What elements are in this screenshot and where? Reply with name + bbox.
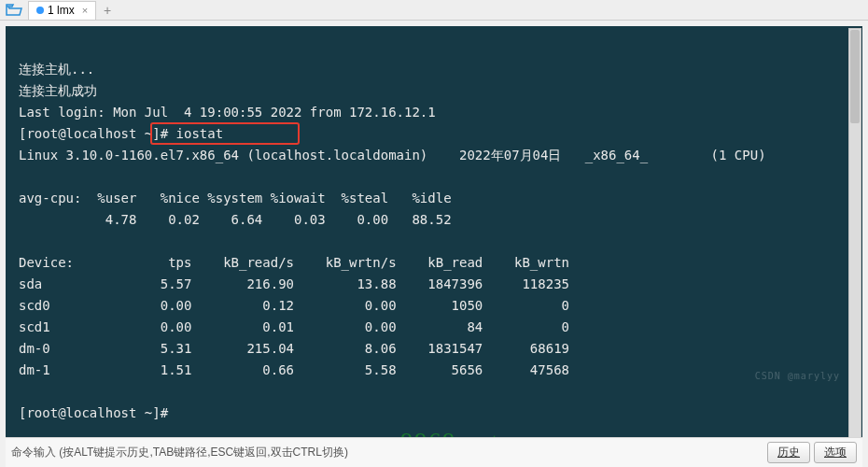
open-folder-icon[interactable] [2,1,26,20]
command-hint: 命令输入 (按ALT键提示历史,TAB键路径,ESC键返回,双击CTRL切换) [11,445,348,460]
line-cpu-header: avg-cpu: %user %nice %system %iowait %st… [19,191,452,205]
line-device-scd0: scd0 0.00 0.12 0.00 1050 0 [19,298,569,313]
terminal-container: 连接主机... 连接主机成功 Last login: Mon Jul 4 19:… [6,26,862,446]
scrollbar-thumb[interactable] [850,30,860,123]
options-button[interactable]: 选项 [814,442,857,463]
tab-bar: 1 lmx × + [0,0,868,21]
line-device-dm0: dm-0 5.31 215.04 8.06 1831547 68619 [19,341,569,356]
command-highlight-box [150,122,300,145]
line-sysinfo: Linux 3.10.0-1160.el7.x86_64 (localhost.… [19,148,766,163]
line-device-scd1: scd1 0.00 0.01 0.00 84 0 [19,319,569,334]
history-button[interactable]: 历史 [767,442,810,463]
bottom-buttons: 历史 选项 [767,442,857,463]
options-button-label: 选项 [824,446,847,459]
tab-active[interactable]: 1 lmx × [28,1,96,20]
bottom-bar: 命令输入 (按ALT键提示历史,TAB键路径,ESC键返回,双击CTRL切换) … [6,437,862,467]
tab-close-icon[interactable]: × [82,5,88,16]
line-device-dm1: dm-1 1.51 0.66 5.58 5656 47568 [19,362,569,377]
add-tab-button[interactable]: + [98,1,117,20]
csdn-watermark: CSDN @marylyy [755,365,840,387]
line-cpu-values: 4.78 0.02 6.64 0.03 0.00 88.52 [19,212,452,227]
line-device-header: Device: tps kB_read/s kB_wrtn/s kB_read … [19,255,569,270]
line-prompt-empty: [root@localhost ~]# [19,405,168,420]
vertical-scrollbar[interactable] [848,28,861,445]
line-connecting: 连接主机... [19,62,94,77]
line-connected: 连接主机成功 [19,83,97,98]
line-last-login: Last login: Mon Jul 4 19:00:55 2022 from… [19,105,436,120]
history-button-label: 历史 [777,446,800,459]
terminal[interactable]: 连接主机... 连接主机成功 Last login: Mon Jul 4 19:… [6,26,862,446]
tab-label: 1 lmx [48,4,75,17]
line-device-sda: sda 5.57 216.90 13.88 1847396 118235 [19,276,569,291]
tab-modified-dot-icon [36,7,44,14]
